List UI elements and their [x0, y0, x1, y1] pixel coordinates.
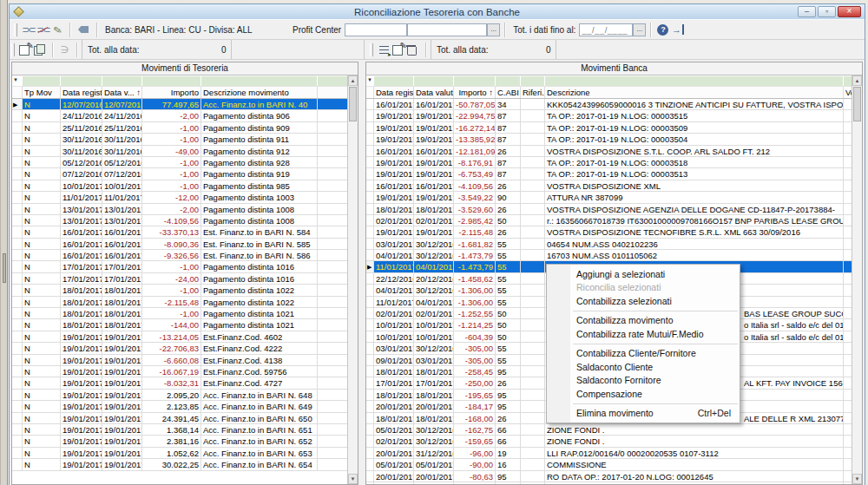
treasury-table-row[interactable]: N 18/01/2017 18/01/2017 -1,00 Pagamento … [12, 308, 347, 319]
context-menu-item[interactable]: Riconcilia selezionati [547, 281, 740, 295]
treasury-table-row[interactable]: N 11/01/2017 11/01/2017 -12,00 Pagamento… [12, 192, 347, 203]
cell-data-valuta[interactable]: 13/01/2017 [102, 204, 142, 214]
cell-cabi[interactable]: 55 [496, 250, 521, 260]
cell-data-registr[interactable]: 05/01/2017 [374, 424, 414, 435]
treasury-table-row[interactable]: N 17/01/2017 17/01/2017 -24,00 Pagamento… [12, 273, 347, 285]
cell-data-registr[interactable]: 30/11/2016 [61, 146, 102, 156]
cell-descrizione[interactable]: Pagamento distinta 928 [201, 157, 318, 167]
current-row-marker[interactable] [366, 285, 374, 295]
cell-tpmov[interactable]: N [23, 226, 61, 237]
cell-importo[interactable]: -258,45 [454, 366, 496, 377]
cell-importo[interactable]: -22.706,83 [142, 343, 201, 353]
cell-importo[interactable]: 2.095,20 [142, 390, 201, 400]
cell-descrizione[interactable]: ZIONE FONDI . [545, 424, 844, 435]
current-row-marker[interactable] [366, 471, 374, 482]
treasury-scrollbar[interactable] [347, 75, 358, 484]
cell-data-registr[interactable]: 19/01/2017 [374, 226, 414, 237]
help-icon[interactable]: ? [655, 23, 670, 37]
cell-cabi[interactable]: 55 [496, 239, 521, 249]
cell-data-registr[interactable]: 25/11/2016 [61, 122, 102, 133]
current-row-marker[interactable] [366, 168, 374, 179]
bank-filter-row[interactable] [366, 75, 852, 87]
cell-data-valuta[interactable]: 18/01/2017 [102, 308, 142, 318]
cell-data-valuta[interactable]: 15/12/2016 [414, 482, 454, 484]
cell-data-registr[interactable]: 05/01/2017 [374, 459, 414, 469]
cell-importo[interactable]: -6.660,08 [142, 355, 201, 365]
col-data-valuta[interactable]: Data v... ↑ [102, 87, 142, 98]
filter-funnel-icon[interactable] [366, 76, 374, 86]
cell-importo[interactable]: -8.176,91 [454, 157, 496, 167]
cell-importo[interactable]: -13.214,05 [142, 331, 201, 342]
date-filter-input[interactable]: __/__/____ [579, 23, 633, 36]
cell-data-registr[interactable]: 19/01/2017 [61, 343, 102, 353]
cell-importo[interactable]: -4.109,56 [142, 215, 201, 226]
cell-data-registr[interactable]: 17/01/2017 [61, 261, 102, 272]
cell-tpmov[interactable]: N [23, 180, 61, 191]
current-row-marker[interactable] [366, 122, 374, 133]
cell-descrizione[interactable]: Acc. Finanz.to in BARI N. 654 [201, 459, 318, 469]
cell-data-valuta[interactable]: 30/11/2016 [102, 134, 142, 144]
scroll-up-icon[interactable] [852, 75, 862, 86]
cell-importo[interactable]: -2.115,48 [142, 297, 201, 307]
cell-riferimento[interactable] [521, 215, 545, 226]
current-row-marker[interactable] [12, 366, 23, 377]
filter-funnel-icon[interactable] [12, 76, 23, 86]
cell-cabi[interactable]: 90 [496, 192, 521, 202]
cell-data-valuta[interactable]: 30/12/2016 [414, 239, 454, 249]
cell-descrizione[interactable]: LLI RAP.012/00164/0 00020020535 0107-311… [545, 448, 844, 458]
cell-data-registr[interactable]: 19/01/2017 [61, 459, 102, 469]
treasury-table-row[interactable]: N 13/01/2017 13/01/2017 -2,00 Pagamento … [12, 204, 347, 215]
cell-data-valuta[interactable]: 18/01/2017 [102, 297, 142, 307]
cell-tpmov[interactable]: N [23, 239, 61, 249]
cell-riferimento[interactable] [521, 134, 545, 144]
current-row-marker[interactable] [366, 413, 374, 423]
cell-descrizione[interactable]: Pagamento distinta 1022 [201, 297, 318, 307]
cell-data-valuta[interactable]: 19/01/2017 [414, 122, 454, 133]
cell-data-valuta[interactable]: 13/01/2017 [102, 215, 142, 226]
manual-reconcile-icon[interactable]: ✎ [49, 21, 67, 38]
bank-table-row[interactable]: 16/01/2017 16/01/2017 -50.787,05 34 KKK0… [366, 99, 852, 110]
bank-table-row[interactable]: 02/01/2017 30/12/2016 -159,65 66 ZIONE F… [366, 436, 852, 447]
cell-data-valuta[interactable]: 20/12/2016 [414, 273, 454, 284]
treasury-table-row[interactable]: N 12/07/2016 12/07/2016 77.497,65 Acc. F… [12, 99, 347, 110]
cell-tpmov[interactable]: N [23, 168, 61, 179]
cell-riferimento[interactable] [521, 471, 545, 482]
cell-data-valuta[interactable]: 19/01/2017 [102, 448, 142, 458]
cell-descrizione[interactable]: Acc. Finanz.to in BARI N. 652 [201, 436, 318, 446]
cell-data-registr[interactable]: 19/01/2017 [61, 390, 102, 400]
cell-data-registr[interactable]: 19/01/2017 [374, 168, 414, 179]
cell-cabi[interactable]: 55 [496, 355, 521, 365]
cell-data-valuta[interactable]: 30/12/2016 [414, 250, 454, 260]
cell-importo[interactable]: -1.473,79 [454, 250, 496, 260]
cell-riferimento[interactable] [521, 390, 545, 400]
cell-importo[interactable]: -1,00 [142, 168, 201, 179]
current-row-marker[interactable] [12, 134, 23, 144]
cell-importo[interactable]: -13.385,92 [454, 134, 496, 144]
context-menu-item[interactable] [547, 401, 740, 407]
cell-tpmov[interactable]: N [23, 250, 61, 260]
cell-data-valuta[interactable]: 20/01/2017 [414, 471, 454, 482]
cell-tpmov[interactable]: N [23, 355, 61, 365]
cell-descrizione[interactable]: Acc. Finanz.to in BARI N. 651 [201, 424, 318, 435]
cell-riferimento[interactable] [521, 331, 545, 342]
current-row-marker[interactable] [366, 331, 374, 342]
current-row-marker[interactable] [366, 239, 374, 249]
cell-riferimento[interactable] [521, 459, 545, 469]
cell-data-valuta[interactable]: 31/12/2016 [414, 448, 454, 458]
cell-descrizione[interactable]: Acc. Finanz.to in BARI N. 650 [201, 413, 318, 423]
cell-data-registr[interactable]: 02/01/2017 [374, 215, 414, 226]
treasury-table-row[interactable]: N 19/01/2017 19/01/2017 -16.067,19 Est.F… [12, 366, 347, 377]
unreconcile-icon[interactable]: ⊃⊂ [36, 23, 50, 37]
treasury-table-row[interactable]: N 13/01/2017 13/01/2017 -4.109,56 Pagame… [12, 215, 347, 226]
cell-data-registr[interactable]: 18/01/2017 [61, 297, 102, 307]
treasury-table-row[interactable]: N 19/01/2017 19/01/2017 -8.032,31 Est.Fi… [12, 377, 347, 389]
treasury-table-row[interactable]: N 16/01/2017 16/01/2017 -33.370,13 Est. … [12, 226, 347, 238]
cell-importo[interactable]: -49,00 [142, 146, 201, 156]
cell-importo[interactable]: -4.109,56 [454, 180, 496, 191]
current-row-marker[interactable] [366, 110, 374, 121]
cell-cabi[interactable]: 95 [496, 390, 521, 400]
cell-tpmov[interactable]: N [23, 215, 61, 226]
cell-descrizione[interactable]: Acc. Finanz.to in BARI N. 648 [201, 390, 318, 400]
treasury-table-row[interactable]: N 25/11/2016 25/11/2016 -1,00 Pagamento … [12, 122, 347, 134]
cell-data-registr[interactable]: 02/01/2017 [374, 436, 414, 446]
